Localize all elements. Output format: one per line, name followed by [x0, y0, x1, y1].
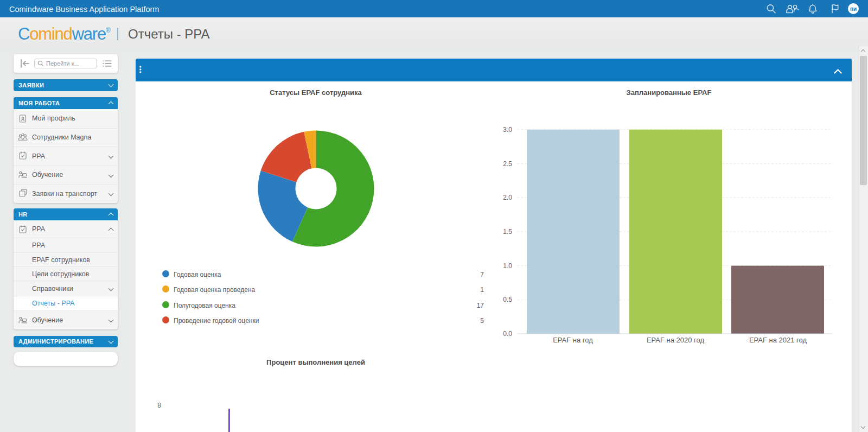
- svg-text:1.0: 1.0: [503, 262, 512, 270]
- svg-text:2.5: 2.5: [503, 160, 512, 168]
- svg-text:пи: пи: [850, 6, 857, 12]
- svg-text:0.5: 0.5: [503, 296, 512, 303]
- svg-text:EPAF на 2020 год: EPAF на 2020 год: [647, 336, 705, 344]
- svg-text:3.0: 3.0: [503, 126, 512, 134]
- svg-text:0.0: 0.0: [503, 330, 512, 338]
- svg-text:2.0: 2.0: [503, 194, 512, 201]
- svg-text:1.5: 1.5: [503, 228, 512, 236]
- svg-text:EPAF на год: EPAF на год: [553, 336, 593, 344]
- svg-text:EPAF на 2021 год: EPAF на 2021 год: [749, 336, 807, 344]
